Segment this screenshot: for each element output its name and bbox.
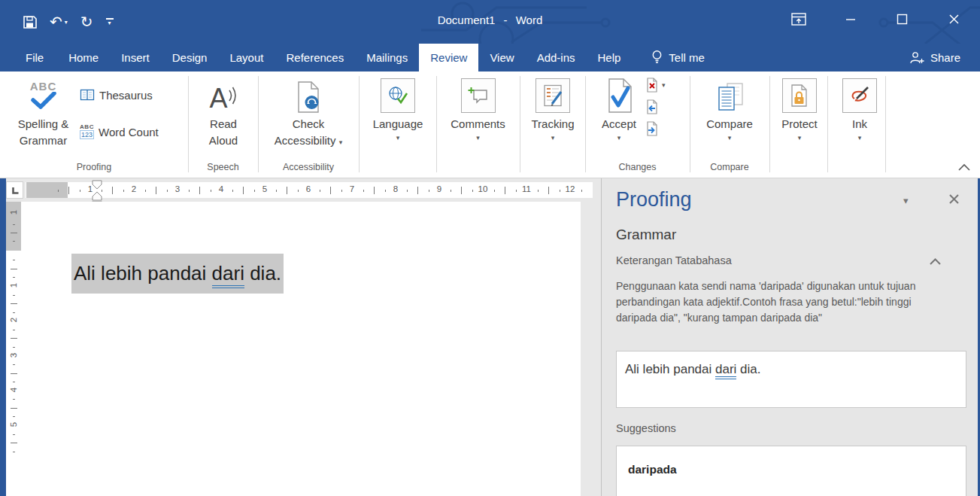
minimize-icon [845, 14, 856, 24]
ruler-number: 2 [127, 184, 141, 193]
first-line-indent-marker[interactable] [92, 180, 102, 190]
ruler-tick [276, 190, 277, 192]
ribbon-group-divider [520, 76, 520, 172]
tab-insert[interactable]: Insert [110, 44, 161, 72]
ruler-tick [13, 399, 15, 400]
group-label-proofing: Proofing [0, 162, 188, 175]
share-button[interactable]: Share [909, 44, 960, 72]
ruler-tick [232, 190, 233, 192]
title-bar: ↶ ▾ ↻ ▾ Document1 - Word [0, 0, 980, 44]
check-accessibility-button[interactable]: Check Accessibility ▾ [259, 74, 357, 175]
ruler-tick [472, 190, 473, 192]
document-page[interactable]: Ali lebih pandai dari dia. [21, 202, 581, 496]
tell-me-box[interactable]: Tell me [642, 44, 714, 72]
ruler-tick [199, 187, 200, 194]
tab-view[interactable]: View [478, 44, 525, 72]
workspace: 123456789101112 112345 Ali lebih pandai … [0, 178, 980, 496]
tab-help[interactable]: Help [587, 44, 633, 72]
sentence-preview-box: Ali lebih pandai dari dia. [616, 351, 966, 408]
reject-button[interactable]: ▾ [645, 78, 666, 93]
v-ruler[interactable]: 112345 [6, 202, 21, 496]
share-label: Share [930, 51, 960, 64]
tab-mailings[interactable]: Mailings [355, 44, 419, 72]
ruler-tick [407, 190, 408, 192]
word-count-button[interactable]: ABC 123 Word Count [80, 124, 159, 139]
pane-close-icon [948, 193, 960, 205]
accept-dropdown-arrow: ▾ [587, 134, 651, 141]
next-change-button[interactable] [645, 121, 666, 136]
suggestion-item[interactable]: daripada [628, 463, 677, 476]
ribbon-group-divider [690, 76, 690, 172]
check-accessibility-icon [259, 74, 357, 113]
ruler-tick [548, 187, 549, 194]
ruler-tick [505, 187, 505, 194]
ribbon-group-divider [436, 76, 437, 172]
collapse-ribbon-button[interactable] [958, 160, 973, 171]
proofing-pane: Proofing ▾ Grammar Keterangan Tatabahasa… [601, 178, 978, 496]
close-button[interactable] [928, 0, 980, 38]
tracking-button[interactable]: Tracking ▾ [521, 74, 584, 175]
maximize-button[interactable] [876, 0, 928, 38]
document-paragraph[interactable]: Ali lebih pandai dari dia. [71, 254, 284, 294]
ruler-tick [298, 190, 299, 192]
spelling-grammar-button[interactable]: ABC Spelling & Grammar [8, 74, 79, 175]
ruler-tick [80, 190, 80, 192]
lightbulb-icon [651, 50, 663, 65]
language-button[interactable]: Language ▾ [360, 74, 435, 175]
comments-button[interactable]: Comments ▾ [438, 74, 518, 175]
thesaurus-button[interactable]: Thesaurus [80, 88, 153, 102]
ruler-tick [516, 190, 517, 192]
ruler-tick [11, 443, 17, 443]
ruler-tick [320, 190, 320, 192]
compare-label: Compare [706, 117, 753, 130]
ruler-tick [11, 303, 17, 304]
tab-addins[interactable]: Add-ins [526, 44, 587, 72]
ink-button[interactable]: Ink ▾ [831, 74, 888, 175]
ruler-tick [13, 434, 15, 435]
ruler-tick [13, 364, 15, 365]
ruler-tick [13, 330, 15, 330]
ruler-tick [461, 187, 462, 194]
ruler-tick [58, 190, 59, 192]
reject-dropdown-arrow[interactable]: ▾ [662, 81, 666, 89]
ribbon-display-options-button[interactable] [772, 0, 824, 38]
ruler-tick [11, 233, 17, 233]
ruler-number: 7 [345, 184, 359, 193]
tab-references[interactable]: References [275, 44, 355, 72]
protect-label: Protect [781, 117, 818, 130]
accept-label: Accept [602, 117, 636, 130]
pane-text-after: dia. [736, 362, 760, 376]
ruler-tick [11, 338, 17, 339]
read-aloud-button[interactable]: A Read Aloud [190, 74, 257, 175]
ruler-tick [11, 408, 17, 409]
suggestions-label: Suggestions [616, 422, 676, 434]
tab-home[interactable]: Home [57, 44, 110, 72]
spelling-grammar-label-line1: Spelling & [18, 117, 69, 130]
previous-change-button[interactable] [645, 99, 666, 114]
h-ruler[interactable]: 123456789101112 [26, 182, 593, 198]
document-text-before[interactable]: Ali lebih pandai [74, 262, 212, 285]
collapse-section-button[interactable] [930, 254, 941, 268]
tab-design[interactable]: Design [161, 44, 219, 72]
read-aloud-label-line1: Read [210, 117, 237, 130]
protect-button[interactable]: Protect ▾ [771, 74, 828, 175]
document-error-word[interactable]: dari [212, 262, 244, 288]
ruler-number: 2 [9, 315, 18, 325]
compare-button[interactable]: Compare ▾ [691, 74, 768, 175]
accept-button[interactable]: Accept ▾ [587, 74, 651, 175]
ruler-tick [385, 190, 386, 192]
ruler-tick [13, 224, 15, 225]
ruler-tick [13, 260, 15, 260]
tab-stop-selector[interactable] [6, 181, 23, 199]
tab-review[interactable]: Review [419, 44, 478, 72]
tab-file[interactable]: File [12, 44, 57, 72]
document-text-after[interactable]: dia. [244, 262, 281, 285]
tab-layout[interactable]: Layout [218, 44, 275, 72]
pane-dropdown-button[interactable]: ▾ [903, 195, 909, 206]
ruler-tick [189, 190, 190, 192]
pane-title: Proofing [616, 188, 692, 211]
compare-icon [691, 74, 768, 113]
minimize-button[interactable] [824, 0, 876, 38]
pane-close-button[interactable] [948, 193, 960, 208]
ribbon-group-divider [359, 76, 360, 172]
